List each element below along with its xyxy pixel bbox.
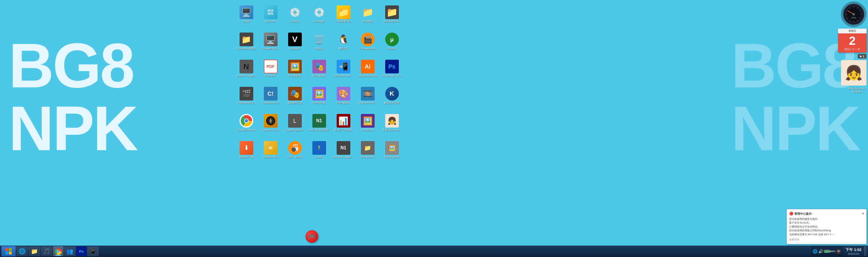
icon-folder-template[interactable]: 📁 有些非对型号... (381, 4, 403, 30)
svg-rect-25 (5, 252, 8, 254)
icon-ai-label: Adobe Illustrator (358, 74, 377, 77)
icon-largewin[interactable]: 🎞️ large Win Film... (357, 86, 378, 111)
icon-dvd3[interactable]: 📁 DVD模板 (357, 4, 378, 30)
start-button[interactable] (1, 246, 16, 256)
icon-vegas-label: Vegas Pro 11.0 (262, 129, 280, 132)
icon-coreldraw-folder[interactable]: 📁 CorelDRAW图形 (236, 31, 257, 57)
icon-img2-label: PSP编辑器 (313, 74, 326, 77)
icon-softdl-label: 速度软件下载 (239, 156, 254, 159)
volume-tray-icon[interactable]: 🔊 (818, 249, 823, 254)
icon-excel2[interactable]: 📊 电 里广门里包装 (333, 113, 354, 138)
webable-icon: W (264, 141, 278, 155)
nxmwl2-icon: N1 (337, 141, 350, 155)
largewin-icon: 🎞️ (361, 87, 375, 100)
icon-coreldraw-label: CorelDRAW 17 (262, 101, 279, 104)
icon-pdf[interactable]: PDF PDF软件 (260, 59, 281, 84)
icon-adim[interactable]: 🎳 ADim - 软件关 (284, 140, 306, 166)
icon-webable[interactable]: W Webable 里 7 (260, 140, 281, 166)
icon-coreldraw-folder-label: CorelDRAW图形 (237, 47, 256, 50)
icon-nxmwl[interactable]: N NXMWt Logger... (236, 59, 257, 84)
icon-ps[interactable]: Ps Photoshop - 设计 (381, 59, 403, 84)
icon-nxmwl2[interactable]: N1 NXMWt Logger... (333, 140, 354, 166)
battery-indicator: 89% (824, 250, 835, 253)
icon-comic[interactable]: 🎭 漫画制作工具 (284, 86, 306, 111)
notification-title: 🔴 管理中心提示↑ (789, 212, 813, 216)
icon-chrome-label: Google Chrome (237, 129, 255, 132)
vegas-icon (264, 114, 278, 128)
icon-ai[interactable]: Ai Adobe Illustrator (357, 59, 378, 84)
icon-dvd2-label: DVDreg快 (313, 20, 325, 23)
taskbar-app-icon: 📱 (87, 247, 99, 256)
taskbar-people[interactable]: 👥 (64, 246, 76, 256)
dvd3-icon: 📁 (361, 5, 375, 19)
icon-imgwork[interactable]: 🖼️ 软件里会共社 (381, 140, 403, 166)
icon-psp2[interactable]: 🎨 PSP编辑器 (333, 86, 354, 111)
icon-chrome[interactable]: Google Chrome (236, 113, 257, 138)
icon-coreldraw[interactable]: C! CorelDRAW 17 (260, 86, 281, 111)
clock-time: 下午 1:02 (845, 247, 862, 252)
small-control-btn[interactable]: ▶ ‖ (858, 54, 867, 59)
icon-format[interactable]: 🎬 FormatFactory (357, 31, 378, 57)
anime-icon-display: 👧 (845, 65, 863, 81)
icon-7zip-label: 7zip快 (315, 156, 323, 159)
icon-qq[interactable]: 🐧 腾讯QQ (333, 31, 354, 57)
icon-monitor[interactable]: 🖥️ 计划组 (236, 4, 257, 30)
icon-7zip[interactable]: 7 7zip快 (308, 140, 330, 166)
monitor-icon: 🖥️ (240, 5, 253, 19)
calendar-widget[interactable]: 星期五 2 2012 十一月 (838, 29, 867, 53)
taskbar-ie[interactable]: 🌐 (16, 246, 28, 256)
format-icon: 🎬 (361, 33, 375, 46)
svg-point-2 (245, 119, 248, 123)
icon-vegas[interactable]: Vegas Pro 11.0 (260, 113, 281, 138)
ime-icon[interactable]: 中 (836, 249, 841, 254)
notification-close-btn[interactable]: × (862, 212, 864, 216)
icon-webable-label: Webable 里 7 (263, 156, 278, 159)
svg-point-28 (57, 251, 59, 252)
network-tray-icon[interactable]: 🌐 (813, 249, 817, 254)
appstarter-icon: 📲 (337, 60, 350, 73)
logosapp-icon: L (288, 114, 302, 128)
icon-softdl[interactable]: ⬇ 速度软件下载 (236, 140, 257, 166)
notification-link[interactable]: 查看详情 (789, 238, 864, 242)
icon-recycle[interactable]: 🗑️ 回收站 (308, 31, 330, 57)
icon-logosapp[interactable]: L LogoesApplion... (284, 113, 306, 138)
icon-folder-adjust[interactable]: 📁 7,365调整-全... (333, 4, 354, 30)
desktop-icons-area: 🖥️ 计划组 BG8NPK BG8 NPK 💿 DVDreg 💿 DVDreg快… (234, 3, 405, 167)
icon-psp3[interactable]: 🖼️ PSP软件器 (357, 113, 378, 138)
icon-adim-label: ADim - 软件关 (287, 156, 303, 159)
show-desktop-btn[interactable] (864, 247, 867, 256)
taskbar-chrome[interactable] (53, 246, 63, 256)
red-circle-icon[interactable]: 🎮 (306, 230, 318, 243)
icon-img2[interactable]: 🎭 PSP编辑器 (308, 59, 330, 84)
icon-utorrent[interactable]: μ µTorrent (381, 31, 403, 57)
icon-psp1[interactable]: 🖼️ PSP软件器 (308, 86, 330, 111)
battery-percent: 89% (830, 250, 835, 253)
icon-img1[interactable]: 🖼️ PSP配合器 (284, 59, 306, 84)
icon-anime-label: 草莓Sky Amou... (382, 129, 401, 132)
icon-bg8npk-label: BG8 NPK (265, 20, 276, 23)
icon-dvd2[interactable]: 💿 DVDreg快 (308, 4, 330, 30)
icon-vocablo[interactable]: V Vocablo互 (284, 31, 306, 57)
icon-psp4[interactable]: 📁 PSP软件关 (357, 140, 378, 166)
explorer-icon: 📁 (29, 247, 40, 256)
icon-dvd1[interactable]: 💿 DVDreg (284, 4, 306, 30)
psp4-icon: 📁 (361, 141, 375, 155)
icon-utorrent-label: µTorrent (387, 47, 397, 50)
taskbar-explorer[interactable]: 📁 (29, 246, 40, 256)
icon-nmc[interactable]: N1 NMC 资源管理器 (308, 113, 330, 138)
psp2-icon: 🎨 (337, 87, 350, 100)
clock-display[interactable]: 下午 1:02 2012/11/2 (843, 247, 864, 255)
7zip-icon: 7 (312, 141, 326, 155)
icon-bg8npk[interactable]: BG8NPK BG8 NPK (260, 4, 281, 30)
icon-videoscribe[interactable]: 🎬 VideoScribe 2.0 (236, 86, 257, 111)
vocablo-icon: V (288, 33, 302, 46)
icon-anime[interactable]: 👧 草莓Sky Amou... (381, 113, 403, 138)
taskbar-media[interactable]: 🎵 (41, 246, 53, 256)
icon-kuwo[interactable]: K 酷狗音乐软件 (381, 86, 403, 111)
taskbar-ps[interactable]: Ps (76, 246, 87, 256)
excel2-icon: 📊 (337, 114, 350, 128)
icon-vmplayer[interactable]: 🖥️ Vmware Play... (260, 31, 281, 57)
icon-appstarter[interactable]: 📲 APPStartTaper... (333, 59, 354, 84)
icon-nxmwl2-label: NXMWt Logger... (334, 156, 353, 159)
taskbar-app[interactable]: 📱 (87, 246, 99, 256)
